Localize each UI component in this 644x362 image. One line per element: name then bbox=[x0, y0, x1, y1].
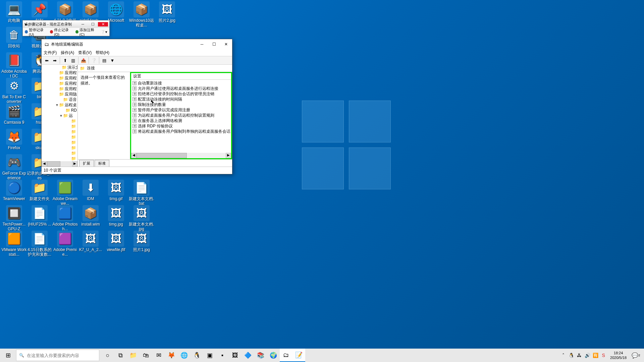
start-button[interactable]: ⊞ bbox=[0, 349, 16, 362]
desktop-icon-newtxt-bat[interactable]: 📄新建文本文档.bat bbox=[129, 180, 154, 206]
desktop-icon-win10rdp[interactable]: 📦Windows10远程桌... bbox=[129, 1, 154, 27]
policy-setting-item[interactable]: ☰在服务器上选择网络检测 bbox=[131, 118, 231, 123]
gpedit-taskbar[interactable]: 🗂 bbox=[280, 349, 292, 362]
cortana-button[interactable]: ○ bbox=[101, 349, 114, 362]
psr-comment-button[interactable]: 添加注释(C) bbox=[75, 27, 97, 37]
toolbar-export-button[interactable]: 📤 bbox=[80, 57, 87, 64]
tray-qq-icon[interactable]: 🐧 bbox=[568, 349, 575, 362]
tree-node[interactable]: 📁 bbox=[42, 124, 77, 129]
desktop-icon-dreamweaver[interactable]: 🟩Adobe Dreamwe... bbox=[52, 180, 78, 206]
tree-node[interactable]: ▾📁远程桌 bbox=[42, 102, 77, 108]
scroll-right-button[interactable]: ▶ bbox=[226, 153, 231, 158]
menu-action[interactable]: 操作(A) bbox=[61, 50, 74, 56]
gp-titlebar[interactable]: 🗂 本地组策略编辑器 ─ ☐ ✕ bbox=[42, 39, 232, 49]
desktop-icon-timg-gif[interactable]: 🖼timg.gif bbox=[103, 180, 129, 201]
tree-node[interactable]: 📁语音 bbox=[42, 97, 77, 102]
policy-setting-item[interactable]: ☰配置活动连接的时间间隔 bbox=[131, 97, 231, 102]
tab-standard[interactable]: 标准 bbox=[95, 160, 109, 167]
desktop-icon-newtxt-jpg[interactable]: 🖼新建文本文档.jpg bbox=[129, 205, 154, 231]
tree-node[interactable]: ▾📁远 bbox=[42, 113, 77, 118]
task-view-button[interactable]: ⧉ bbox=[114, 349, 127, 362]
psr-minimize-button[interactable]: ─ bbox=[78, 22, 88, 26]
list-horizontal-scrollbar[interactable]: ◀ ▶ bbox=[131, 153, 231, 158]
desktop-icon-this-pc[interactable]: 💻此电脑 bbox=[1, 1, 27, 23]
desktop-icon-timg-jpg[interactable]: 🖼timg.jpg bbox=[103, 205, 129, 227]
desktop-icon-photo1[interactable]: 🖼照片1.jpg bbox=[129, 231, 154, 252]
tree-node[interactable]: 📁 bbox=[42, 150, 77, 156]
menu-help[interactable]: 帮助(H) bbox=[96, 50, 109, 56]
tree-expand-icon[interactable]: ▾ bbox=[55, 103, 59, 107]
desktop-icon-gpuz[interactable]: 🔲TechPower... GPU-Z bbox=[1, 205, 27, 231]
desktop-icon-firefox[interactable]: 🦊Firefox bbox=[1, 129, 27, 150]
toolbar-filter-button[interactable]: ▤ bbox=[101, 57, 108, 64]
psr-maximize-button[interactable]: ☐ bbox=[88, 22, 98, 26]
tree-node[interactable]: 📁 bbox=[42, 118, 77, 124]
tree-node[interactable]: 📁RD bbox=[42, 108, 77, 113]
policy-setting-item[interactable]: ☰允许用户通过使用远程桌面服务进行远程连接 bbox=[131, 86, 231, 91]
desktop-icon-newfolder[interactable]: 📁新建文件夹 bbox=[27, 180, 52, 201]
toolbar-show-hide-tree-button[interactable]: ▥ bbox=[69, 57, 77, 64]
tree-node[interactable]: 📁演示文 bbox=[42, 65, 77, 70]
desktop-icon-msedge[interactable]: 🌐Microsoft bbox=[103, 1, 129, 23]
app-taskbar-3[interactable]: 📚 bbox=[254, 349, 267, 362]
desktop-icon-dingding[interactable]: 📌钉钉 bbox=[27, 1, 52, 23]
policy-setting-item[interactable]: ☰为远程桌面服务用户会话远程控制设置规则 bbox=[131, 113, 231, 118]
policy-setting-item[interactable]: ☰拒绝将已经登录到控制台会话的管理员注销 bbox=[131, 91, 231, 97]
scroll-left-button[interactable]: ◀ bbox=[131, 153, 137, 158]
toolbar-back-button[interactable]: ⬅ bbox=[43, 57, 50, 64]
tree-node[interactable]: 📁应用程 bbox=[42, 81, 77, 86]
gp-navigation-tree[interactable]: 📁演示文📁应用程📁应用程📁应用程📁应用程📁应用隐📁语音▾📁远程桌📁RD▾📁远📁📁… bbox=[42, 65, 78, 167]
tree-node[interactable]: 📁应用隐 bbox=[42, 92, 77, 97]
gp-maximize-button[interactable]: ☐ bbox=[208, 39, 220, 49]
tree-node[interactable]: 📁应用程 bbox=[42, 70, 77, 75]
tray-ime-icon[interactable]: 🈶 bbox=[592, 349, 599, 362]
desktop-icon-bat2exe[interactable]: ⚙Bat To Exe Converter bbox=[1, 78, 27, 104]
tree-node[interactable]: 📁应用程 bbox=[42, 75, 77, 81]
menu-view[interactable]: 查看(V) bbox=[78, 50, 92, 56]
policy-setting-item[interactable]: ☰限制连接的数量 bbox=[131, 102, 231, 107]
desktop-icon-file-421[interactable]: 📦4.21 9.3电场 bbox=[52, 1, 78, 23]
tray-sogou-icon[interactable]: S bbox=[600, 349, 607, 362]
toolbar-up-button[interactable]: ⬆ bbox=[61, 57, 69, 64]
scroll-thumb[interactable] bbox=[137, 153, 187, 158]
gp-close-button[interactable]: ✕ bbox=[220, 39, 232, 49]
scroll-left-button[interactable]: ◀ bbox=[42, 161, 47, 167]
desktop-icon-k7[interactable]: 🖼K7_U_A_2... bbox=[78, 231, 103, 252]
browser-taskbar[interactable]: 🌐 bbox=[178, 349, 191, 362]
desktop-icon-teamviewer[interactable]: 🔵TeamViewer bbox=[1, 180, 27, 201]
desktop-icon-photoshop[interactable]: 🟦Adobe Photosh... bbox=[52, 205, 78, 231]
notepad-taskbar[interactable]: 📝 bbox=[292, 349, 305, 362]
ie-taskbar[interactable]: 🌍 bbox=[267, 349, 280, 362]
psr-stop-button[interactable]: 停止记录(O) bbox=[50, 27, 72, 37]
tree-node[interactable]: 📁 bbox=[42, 140, 77, 145]
tree-node[interactable]: 📁 bbox=[42, 129, 77, 134]
search-input[interactable] bbox=[27, 353, 96, 358]
desktop-icon-vmware[interactable]: 🟧VMware Workstati... bbox=[1, 231, 27, 257]
desktop-icon-gfe[interactable]: 🎮GeForce Experience bbox=[1, 154, 27, 180]
taskbar-clock[interactable]: 18:24 2020/5/18 bbox=[608, 351, 629, 360]
action-center-button[interactable]: 💬2 bbox=[630, 349, 642, 362]
microsoft-store-taskbar[interactable]: 🛍 bbox=[140, 349, 152, 362]
tray-network-icon[interactable]: 🖧 bbox=[576, 349, 583, 362]
terminal-taskbar[interactable]: ▪ bbox=[216, 349, 229, 362]
gp-column-header[interactable]: 设置 bbox=[131, 73, 231, 80]
psr-close-button[interactable]: ✕ bbox=[98, 22, 108, 26]
toolbar-filter-options-button[interactable]: ▼ bbox=[109, 57, 116, 64]
psr-titlebar[interactable]: 📽 步骤记录器 - 现在正在录制 ─ ☐ ✕ bbox=[23, 20, 109, 28]
psr-help-button[interactable]: ❔▾ bbox=[101, 30, 107, 34]
psr-pause-button[interactable]: 暂停记录(U) bbox=[25, 27, 47, 37]
policy-setting-item[interactable]: ☰暂停用户登录以完成应用注册 bbox=[131, 107, 231, 113]
app-taskbar-2[interactable]: 🔷 bbox=[241, 349, 254, 362]
mail-taskbar[interactable]: ✉ bbox=[152, 349, 165, 362]
desktop-icon-hiuf[interactable]: 📄{HIUF25% ... bbox=[27, 205, 52, 227]
gp-minimize-button[interactable]: ─ bbox=[196, 39, 208, 49]
tree-node[interactable]: 📁应用程 bbox=[42, 86, 77, 92]
desktop-icon-photo2[interactable]: 🖼照片2.jpg bbox=[154, 1, 180, 23]
desktop-icon-camtasia[interactable]: 🎬Camtasia 9 bbox=[1, 103, 27, 125]
firefox-taskbar[interactable]: 🦊 bbox=[165, 349, 178, 362]
policy-setting-item[interactable]: ☰自动重新连接 bbox=[131, 80, 231, 86]
scroll-thumb[interactable] bbox=[47, 161, 60, 167]
tray-overflow-button[interactable]: ˄ bbox=[560, 349, 567, 362]
scroll-right-button[interactable]: ▶ bbox=[72, 161, 77, 167]
tree-node[interactable]: 📁 bbox=[42, 134, 77, 140]
